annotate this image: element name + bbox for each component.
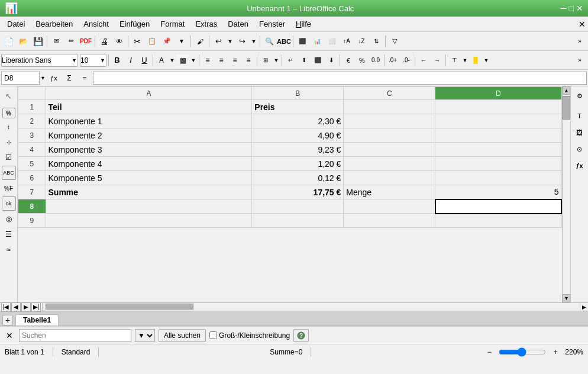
highlight-button[interactable]: ▩ (176, 54, 189, 67)
cell-ref-dropdown-arrow[interactable]: ▼ (40, 75, 46, 81)
format-paint-button[interactable]: 🖌 (193, 34, 207, 49)
functions-button[interactable]: ƒx (573, 159, 587, 173)
valign-bot-button[interactable]: ⬇ (325, 54, 338, 67)
bg-color-button[interactable]: █ (469, 54, 482, 67)
hscroll-thumb[interactable] (46, 304, 193, 309)
bold-button[interactable]: B (111, 54, 124, 67)
cell-a7[interactable]: Summe (46, 185, 252, 199)
cell-c9[interactable] (344, 214, 435, 228)
radio-button-sidebar[interactable]: ◎ (2, 212, 16, 226)
menu-format[interactable]: Format (156, 18, 189, 30)
border-dropdown[interactable]: ▼ (461, 54, 469, 67)
titlebar-window-controls[interactable]: ─ □ ✕ (561, 4, 583, 13)
ok-button[interactable]: ok (2, 196, 16, 211)
cell-a1[interactable]: Teil (46, 100, 252, 114)
zoom-slider[interactable] (499, 347, 546, 357)
sort-button[interactable]: ⇅ (369, 34, 383, 49)
align-center-button[interactable]: ≡ (215, 54, 228, 67)
vscroll-thumb[interactable] (563, 96, 570, 120)
cell-d4[interactable] (435, 143, 561, 157)
menu-ansicht[interactable]: Ansicht (79, 18, 114, 30)
inc-decimal-button[interactable]: .0+ (386, 54, 399, 67)
underline-button[interactable]: U (138, 54, 151, 67)
align-justify-button[interactable]: ≡ (242, 54, 255, 67)
spellcheck-button[interactable]: ABC (277, 34, 291, 49)
currency-button[interactable]: € (342, 54, 355, 67)
redo-button[interactable]: ↪ (235, 34, 249, 49)
cell-c8[interactable] (344, 199, 435, 214)
chart-button[interactable]: 📊 (310, 34, 324, 49)
menu-bearbeiten[interactable]: Bearbeiten (31, 18, 77, 30)
percent-sidebar-button[interactable]: %F (2, 181, 16, 195)
border-top-button[interactable]: ⊤ (448, 54, 461, 67)
menu-fenster[interactable]: Fenster (254, 18, 290, 30)
sum-button[interactable]: Σ (62, 71, 76, 85)
cell-c1[interactable] (344, 100, 435, 114)
cell-b5[interactable]: 1,20 € (252, 157, 344, 171)
cell-d5[interactable] (435, 157, 561, 171)
function-wizard-button[interactable]: ƒx (47, 71, 61, 85)
find-input[interactable] (19, 329, 131, 342)
sheet-first-button[interactable]: |◀ (1, 302, 11, 312)
copy-button[interactable]: 📋 (145, 34, 159, 49)
pdf-button[interactable]: PDF (79, 34, 93, 49)
abc-button[interactable]: ABC (2, 166, 16, 180)
vscroll-track[interactable] (563, 95, 570, 294)
filter-button[interactable]: ▽ (387, 34, 402, 49)
match-case-checkbox[interactable] (209, 331, 217, 339)
edit-button[interactable]: ✏ (64, 34, 78, 49)
cell-a6[interactable]: Komponente 5 (46, 171, 252, 185)
indent-inc-button[interactable]: → (431, 54, 444, 67)
cell-d7[interactable]: 5 (435, 185, 561, 199)
undo-button[interactable]: ↩ (211, 34, 225, 49)
cell-a4[interactable]: Komponente 3 (46, 143, 252, 157)
cell-d2[interactable] (435, 114, 561, 128)
align-left-button[interactable]: ≡ (201, 54, 214, 67)
cell-b3[interactable]: 4,90 € (252, 128, 344, 143)
cell-b2[interactable]: 2,30 € (252, 114, 344, 128)
cell-b9[interactable] (252, 214, 344, 228)
cell-d9[interactable] (435, 214, 561, 228)
styles-button[interactable]: T (573, 109, 587, 123)
cell-d6[interactable] (435, 171, 561, 185)
sheet-prev-button[interactable]: ◀ (11, 302, 21, 312)
wrap-button[interactable]: ↵ (284, 54, 297, 67)
cut-button[interactable]: ✂ (130, 34, 144, 49)
paste-button[interactable]: 📌 (160, 34, 174, 49)
cell-d8[interactable] (435, 199, 561, 214)
vertical-scrollbar[interactable]: ▲ ▼ (562, 86, 570, 302)
paste-special-button[interactable]: ▼ (175, 34, 189, 49)
merge-dropdown[interactable]: ▼ (273, 54, 280, 67)
formula-button[interactable]: = (77, 71, 92, 85)
cell-c4[interactable] (344, 143, 435, 157)
sort-desc-button[interactable]: ↓Z (354, 34, 369, 49)
find-dropdown[interactable]: ▼ (135, 329, 155, 342)
formula-input[interactable] (93, 72, 587, 85)
vscroll-down-button[interactable]: ▼ (563, 294, 570, 302)
valign-top-button[interactable]: ⬆ (298, 54, 311, 67)
number-format-button[interactable]: 0.0 (369, 54, 382, 67)
dec-decimal-button[interactable]: .0- (400, 54, 413, 67)
cell-b8[interactable] (252, 199, 344, 214)
list-button[interactable]: ☰ (2, 227, 16, 241)
insert-mode-button[interactable]: ↕ (2, 120, 16, 134)
font-color-dropdown[interactable]: ▼ (169, 54, 176, 67)
find-close-button[interactable]: ✕ (4, 330, 15, 341)
merge-button[interactable]: ⊞ (259, 54, 272, 67)
cell-d3[interactable] (435, 128, 561, 143)
gallery-button[interactable]: 🖼 (573, 125, 587, 140)
valign-mid-button[interactable]: ⬛ (311, 54, 324, 67)
select-mode-button[interactable]: ↖ (2, 89, 16, 103)
toolbar2-overflow[interactable]: » (573, 53, 587, 67)
expand-button[interactable]: ▶ (582, 304, 586, 310)
sort-asc-button[interactable]: ↑A (340, 34, 354, 49)
cell-a8[interactable] (46, 199, 252, 214)
table-button[interactable]: ⬛ (295, 34, 309, 49)
cell-b1[interactable]: Preis (252, 100, 344, 114)
print-button[interactable]: 🖨 (97, 34, 111, 49)
vscroll-up-button[interactable]: ▲ (563, 86, 570, 95)
cell-c2[interactable] (344, 114, 435, 128)
menu-einfuegen[interactable]: Einfügen (115, 18, 154, 30)
undo-dropdown[interactable]: ▼ (226, 34, 234, 49)
align-right-button[interactable]: ≡ (228, 54, 241, 67)
